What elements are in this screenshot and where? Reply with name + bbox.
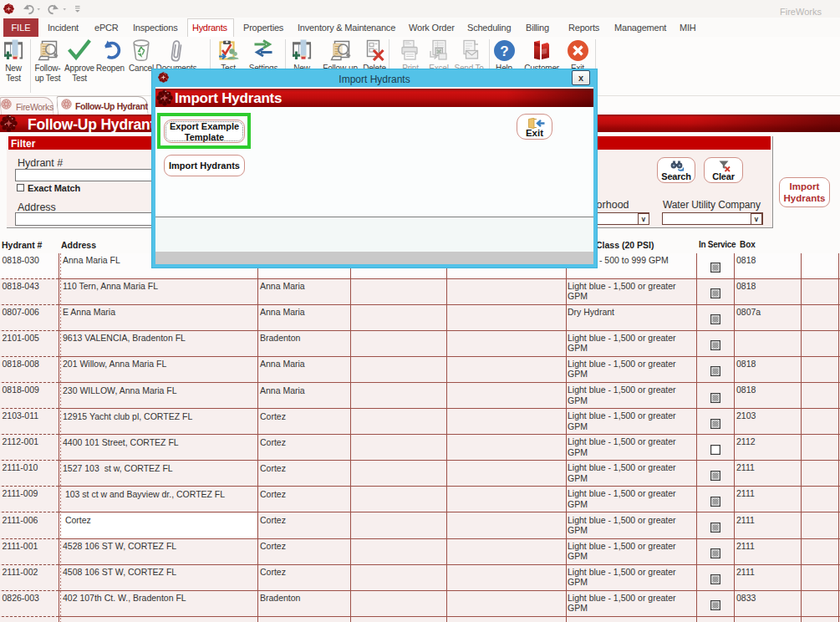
svg-text:?: ? [500, 43, 508, 59]
